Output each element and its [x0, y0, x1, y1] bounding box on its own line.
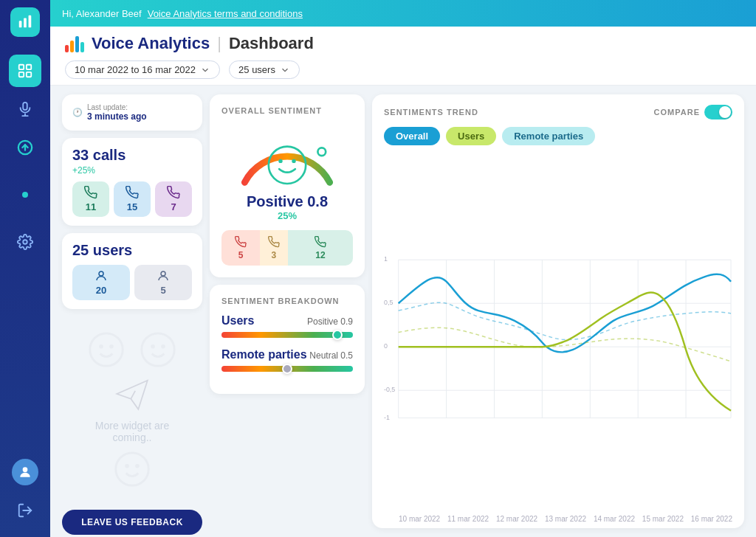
calls-card: 33 calls +25% 11 15 7	[62, 138, 202, 226]
feedback-button[interactable]: LEAVE US FEEDBACK	[62, 510, 202, 535]
content-area: 🕐 Last update: 3 minutes ago 33 calls +2…	[50, 86, 756, 537]
users-active: 20	[72, 265, 130, 300]
gauge-value: Positive 0.8	[247, 193, 328, 210]
trend-label: SENTIMENTS TREND	[384, 108, 478, 117]
app-title: Voice Analytics	[92, 34, 210, 53]
sidebar-item-dashboard[interactable]	[9, 55, 41, 87]
avatar[interactable]	[12, 459, 38, 485]
trend-panel: SENTIMENTS TREND COMPARE Overall Users R…	[372, 94, 744, 528]
svg-text:1: 1	[384, 255, 388, 263]
svg-rect-5	[19, 72, 24, 77]
svg-text:0: 0	[384, 342, 388, 350]
gauge-pct: 25%	[278, 210, 297, 221]
gauge-container: Positive 0.8 25%	[221, 124, 353, 221]
svg-point-27	[269, 147, 306, 184]
left-panel: 🕐 Last update: 3 minutes ago 33 calls +2…	[62, 94, 202, 528]
users-breakdown-name: Users	[221, 314, 254, 328]
sidebar-item-settings[interactable]	[9, 226, 41, 258]
toggle-knob	[719, 106, 731, 118]
banner-link[interactable]: Voice Analytics terms and conditions	[148, 8, 303, 19]
users-progress-bar	[221, 332, 353, 338]
users-filter[interactable]: 25 users	[229, 60, 300, 79]
chart-area: .grid-line { stroke: #e8ecf0; stroke-wid…	[384, 153, 732, 518]
sentiment-bar-negative: 12	[288, 230, 353, 266]
sidebar-item-logout[interactable]	[9, 494, 41, 527]
coming-soon: More widget are coming..	[62, 316, 202, 502]
svg-rect-6	[27, 72, 31, 77]
clock-icon: 🕐	[72, 108, 83, 117]
users-inactive: 5	[134, 265, 192, 300]
svg-rect-3	[19, 65, 24, 69]
sidebar-logo	[10, 7, 40, 37]
svg-text:-0,5: -0,5	[384, 386, 395, 393]
calls-change: +25%	[72, 165, 192, 176]
sidebar-item-microphone[interactable]	[9, 93, 41, 125]
svg-point-16	[161, 271, 165, 276]
svg-rect-0	[19, 21, 22, 27]
svg-rect-4	[27, 65, 31, 69]
svg-point-12	[23, 240, 27, 244]
overall-sentiment-card: OVERALL SENTIMENT	[210, 94, 365, 277]
svg-rect-7	[23, 103, 27, 110]
compare-toggle[interactable]: COMPARE	[654, 105, 732, 119]
sentiment-bar-positive: 5	[221, 230, 260, 266]
toggle-switch[interactable]	[704, 105, 732, 119]
svg-text:-1: -1	[384, 414, 390, 421]
tab-users[interactable]: Users	[446, 127, 496, 145]
calls-breakdown: 11 15 7	[72, 181, 192, 217]
svg-point-21	[151, 344, 155, 349]
banner-greeting: Hi, Alexander Beef	[62, 8, 142, 19]
svg-point-13	[23, 467, 28, 472]
x-axis-labels: 10 mar 2022 11 mar 2022 12 mar 2022 13 m…	[384, 515, 732, 523]
svg-point-23	[116, 453, 148, 485]
users-breakdown-score: Positive 0.9	[307, 316, 353, 327]
coming-soon-text: More widget are coming..	[77, 420, 188, 443]
svg-point-22	[161, 344, 165, 349]
svg-point-15	[99, 271, 103, 276]
title-separator: |	[217, 34, 221, 53]
trend-header: SENTIMENTS TREND COMPARE	[384, 105, 732, 119]
users-count: 25 users	[72, 242, 192, 259]
users-card: 25 users 20 5	[62, 233, 202, 309]
sidebar-bottom	[9, 459, 41, 530]
trend-tabs: Overall Users Remote parties	[384, 127, 732, 145]
svg-point-17	[90, 333, 123, 366]
svg-rect-2	[29, 15, 32, 28]
svg-point-24	[125, 464, 129, 468]
svg-rect-1	[24, 18, 27, 28]
page-subtitle: Dashboard	[229, 34, 314, 53]
sentiment-bar-neutral: 3	[260, 230, 288, 266]
users-breakdown: 20 5	[72, 265, 192, 300]
analytics-icon	[65, 35, 84, 52]
main-content: Hi, Alexander Beef Voice Analytics terms…	[50, 0, 756, 537]
users-progress-dot	[332, 330, 343, 340]
svg-point-18	[99, 344, 103, 349]
svg-point-28	[278, 159, 282, 163]
last-update-value: 3 minutes ago	[87, 111, 147, 122]
breakdown-card: SENTIMENT BREAKDOWN Users Positive 0.9 R…	[210, 285, 365, 394]
tab-overall[interactable]: Overall	[384, 127, 440, 145]
top-banner: Hi, Alexander Beef Voice Analytics terms…	[50, 0, 756, 27]
last-update-card: 🕐 Last update: 3 minutes ago	[62, 94, 202, 131]
page-title: Voice Analytics | Dashboard	[65, 34, 741, 53]
svg-point-20	[142, 333, 174, 366]
calls-neutral: 15	[114, 181, 151, 217]
remote-progress-dot	[282, 364, 292, 374]
calls-negative: 7	[155, 181, 192, 217]
gauge-svg	[228, 124, 346, 190]
remote-breakdown-name: Remote parties	[221, 348, 307, 361]
svg-point-19	[109, 344, 114, 349]
tab-remote[interactable]: Remote parties	[502, 127, 595, 145]
header: Voice Analytics | Dashboard 10 mar 2022 …	[50, 27, 756, 86]
users-breakdown-row: Users Positive 0.9	[221, 314, 353, 338]
remote-progress-bar	[221, 366, 353, 372]
calls-positive: 11	[72, 181, 109, 217]
middle-panel: OVERALL SENTIMENT	[202, 94, 372, 528]
sidebar	[0, 0, 50, 537]
calls-count: 33 calls	[72, 147, 192, 164]
sidebar-item-upload[interactable]	[9, 131, 41, 164]
date-filter[interactable]: 10 mar 2022 to 16 mar 2022	[65, 60, 220, 79]
svg-point-26	[317, 148, 326, 156]
trend-chart-svg: .grid-line { stroke: #e8ecf0; stroke-wid…	[384, 153, 732, 518]
header-filters: 10 mar 2022 to 16 mar 2022 25 users	[65, 60, 741, 79]
